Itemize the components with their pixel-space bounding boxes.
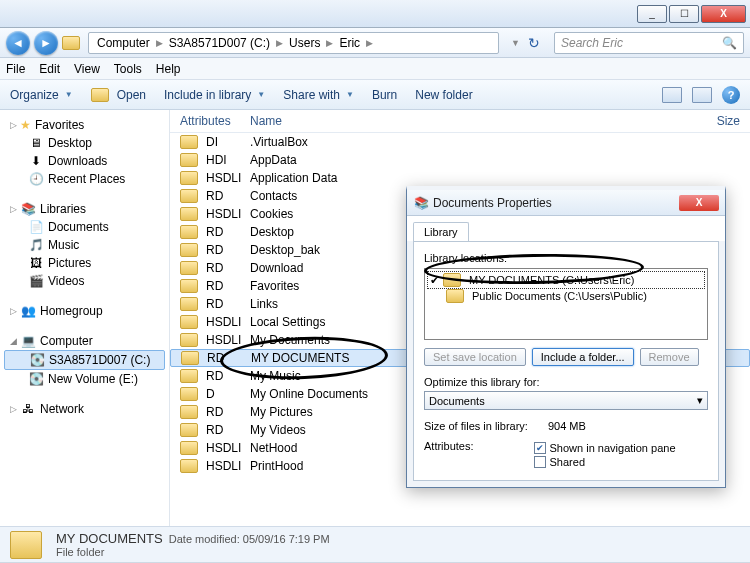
row-attr: HSDLI — [206, 171, 241, 185]
forward-button[interactable]: ► — [34, 31, 58, 55]
check-icon: ✔ — [430, 274, 439, 287]
set-save-location-button[interactable]: Set save location — [424, 348, 526, 366]
navigation-pane: ▷★Favorites 🖥Desktop ⬇Downloads 🕘Recent … — [0, 110, 170, 526]
location-row[interactable]: Public Documents (C:\Users\Public) — [428, 288, 704, 304]
menu-view[interactable]: View — [74, 62, 100, 76]
menu-bar: File Edit View Tools Help — [0, 58, 750, 80]
row-attr: RD — [206, 225, 223, 239]
file-row[interactable]: HSDLIApplication Data — [170, 169, 750, 187]
attributes-label: Attributes: — [424, 440, 474, 452]
header-attributes[interactable]: Attributes — [170, 114, 250, 128]
folder-icon — [180, 297, 198, 311]
shared-checkbox[interactable]: Shared — [534, 456, 676, 468]
file-row[interactable]: DI.VirtualBox — [170, 133, 750, 151]
sidebar-item-drive-e[interactable]: 💽New Volume (E:) — [0, 370, 169, 388]
library-locations-list[interactable]: ✔MY DOCUMENTS (C:\Users\Eric) Public Doc… — [424, 268, 708, 340]
sidebar-computer[interactable]: ◢💻Computer — [0, 332, 169, 350]
sidebar-item-downloads[interactable]: ⬇Downloads — [0, 152, 169, 170]
folder-icon — [180, 261, 198, 275]
minimize-button[interactable]: _ — [637, 5, 667, 23]
share-with-button[interactable]: Share with▼ — [283, 88, 354, 102]
row-name: Application Data — [250, 171, 750, 185]
details-pane: MY DOCUMENTS Date modified: 05/09/16 7:1… — [0, 526, 750, 562]
column-headers[interactable]: Attributes Name Size — [170, 110, 750, 133]
sidebar-item-pictures[interactable]: 🖼Pictures — [0, 254, 169, 272]
help-button[interactable]: ? — [722, 86, 740, 104]
row-attr: RD — [206, 279, 223, 293]
history-dropdown[interactable]: ▼ — [509, 38, 522, 48]
optimize-select[interactable]: Documents▾ — [424, 391, 708, 410]
window-titlebar: _ ☐ X — [0, 0, 750, 28]
search-input[interactable]: Search Eric 🔍 — [554, 32, 744, 54]
sidebar-item-music[interactable]: 🎵Music — [0, 236, 169, 254]
row-attr: HSDLI — [206, 315, 241, 329]
header-name[interactable]: Name — [250, 114, 690, 128]
include-in-library-button[interactable]: Include in library▼ — [164, 88, 265, 102]
details-name: MY DOCUMENTS — [56, 531, 163, 546]
remove-button[interactable]: Remove — [640, 348, 699, 366]
folder-icon — [180, 153, 198, 167]
folder-icon — [180, 207, 198, 221]
new-folder-button[interactable]: New folder — [415, 88, 472, 102]
crumb-computer[interactable]: Computer — [93, 36, 154, 50]
crumb-users[interactable]: Users — [285, 36, 324, 50]
folder-icon — [91, 88, 109, 102]
crumb-drive[interactable]: S3A8571D007 (C:) — [165, 36, 274, 50]
organize-button[interactable]: Organize▼ — [10, 88, 73, 102]
sidebar-libraries[interactable]: ▷📚Libraries — [0, 200, 169, 218]
search-placeholder: Search Eric — [561, 36, 623, 50]
folder-icon — [180, 315, 198, 329]
library-locations-label: Library locations: — [424, 252, 708, 264]
row-attr: D — [206, 387, 215, 401]
folder-icon — [180, 189, 198, 203]
dialog-title: Documents Properties — [433, 196, 552, 210]
maximize-button[interactable]: ☐ — [669, 5, 699, 23]
row-name: .VirtualBox — [250, 135, 750, 149]
preview-pane-button[interactable] — [692, 87, 712, 103]
file-row[interactable]: HDIAppData — [170, 151, 750, 169]
tab-library[interactable]: Library — [413, 222, 469, 241]
sidebar-item-recent[interactable]: 🕘Recent Places — [0, 170, 169, 188]
open-button[interactable]: Open — [91, 88, 146, 102]
header-size[interactable]: Size — [690, 114, 750, 128]
details-modified-label: Date modified: — [169, 533, 240, 545]
shown-in-nav-checkbox[interactable]: ✔Shown in navigation pane — [534, 442, 676, 454]
dialog-close-button[interactable]: X — [679, 195, 719, 211]
row-attr: RD — [206, 423, 223, 437]
folder-icon — [180, 135, 198, 149]
include-a-folder-button[interactable]: Include a folder... — [532, 348, 634, 366]
breadcrumb[interactable]: Computer▶ S3A8571D007 (C:)▶ Users▶ Eric▶ — [88, 32, 499, 54]
star-icon: ★ — [20, 118, 31, 132]
folder-icon — [180, 225, 198, 239]
details-type: File folder — [56, 546, 330, 558]
sidebar-item-drive-c[interactable]: 💽S3A8571D007 (C:) — [4, 350, 165, 370]
menu-tools[interactable]: Tools — [114, 62, 142, 76]
row-attr: HSDLI — [206, 459, 241, 473]
menu-help[interactable]: Help — [156, 62, 181, 76]
row-attr: RD — [207, 351, 224, 365]
library-size-label: Size of files in library: — [424, 420, 528, 432]
burn-button[interactable]: Burn — [372, 88, 397, 102]
row-name: AppData — [250, 153, 750, 167]
refresh-button[interactable]: ↻ — [524, 33, 544, 53]
crumb-eric[interactable]: Eric — [335, 36, 364, 50]
sidebar-item-documents[interactable]: 📄Documents — [0, 218, 169, 236]
view-options-button[interactable] — [662, 87, 682, 103]
location-row[interactable]: ✔MY DOCUMENTS (C:\Users\Eric) — [428, 272, 704, 288]
close-button[interactable]: X — [701, 5, 746, 23]
dialog-titlebar[interactable]: 📚Documents Properties X — [407, 190, 725, 216]
row-attr: HSDLI — [206, 441, 241, 455]
sidebar-network[interactable]: ▷🖧Network — [0, 400, 169, 418]
library-size-value: 904 MB — [548, 420, 586, 432]
search-icon: 🔍 — [722, 36, 737, 50]
sidebar-favorites[interactable]: ▷★Favorites — [0, 116, 169, 134]
folder-icon — [443, 273, 461, 287]
sidebar-item-videos[interactable]: 🎬Videos — [0, 272, 169, 290]
sidebar-item-desktop[interactable]: 🖥Desktop — [0, 134, 169, 152]
menu-edit[interactable]: Edit — [39, 62, 60, 76]
menu-file[interactable]: File — [6, 62, 25, 76]
folder-icon — [180, 333, 198, 347]
sidebar-homegroup[interactable]: ▷👥Homegroup — [0, 302, 169, 320]
folder-icon — [180, 423, 198, 437]
back-button[interactable]: ◄ — [6, 31, 30, 55]
